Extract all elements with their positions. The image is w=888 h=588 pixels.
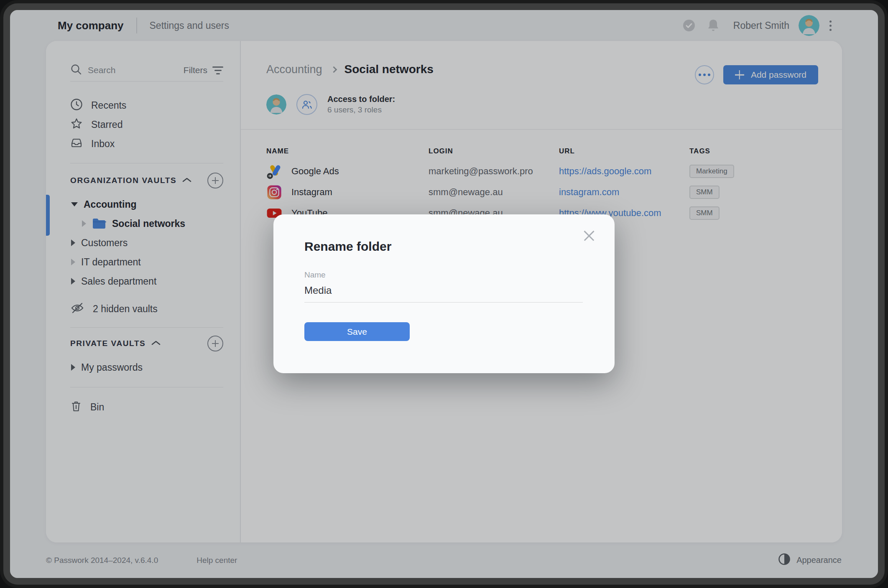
close-icon[interactable] [582, 229, 596, 243]
screenshot-stage: My company Settings and users Robert Smi… [0, 0, 888, 588]
name-field-label: Name [304, 270, 326, 280]
folder-name-input[interactable] [304, 285, 583, 296]
rename-folder-modal: Rename folder Name Save [273, 214, 615, 373]
save-button[interactable]: Save [304, 322, 410, 341]
input-underline [304, 302, 583, 303]
modal-title: Rename folder [304, 239, 391, 254]
window-frame: My company Settings and users Robert Smi… [3, 3, 885, 585]
app-root: My company Settings and users Robert Smi… [10, 10, 878, 578]
